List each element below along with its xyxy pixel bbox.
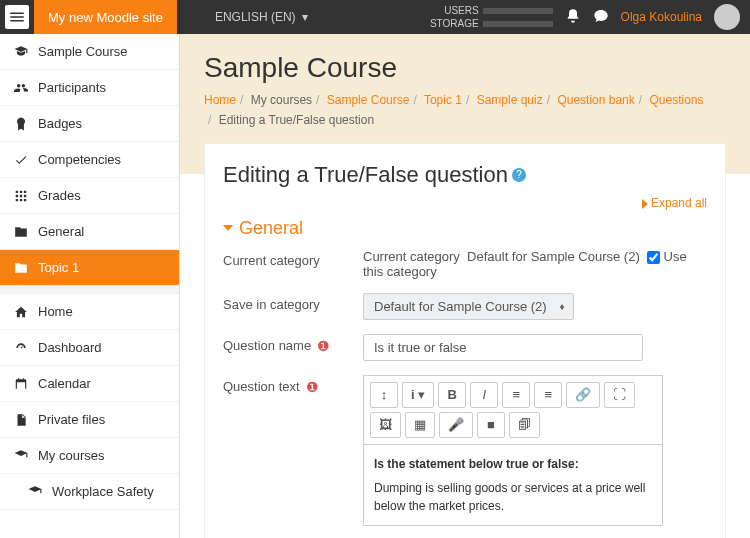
sidebar: Sample Course Participants Badges Compet…	[0, 34, 180, 538]
sidebar-nav-label: Workplace Safety	[52, 484, 154, 499]
sidebar-item-badges[interactable]: Badges	[0, 106, 179, 142]
messages-icon[interactable]	[593, 8, 609, 27]
editor-heading-text: Is the statement below true or false:	[374, 455, 652, 473]
breadcrumb-home[interactable]: Home	[204, 93, 236, 107]
sidebar-item-general[interactable]: General	[0, 214, 179, 250]
sidebar-nav-workplace-safety[interactable]: Workplace Safety	[0, 474, 179, 510]
toolbar-bullet-list-button[interactable]: ≡	[502, 382, 530, 408]
toolbar-number-list-button[interactable]: ≡	[534, 382, 562, 408]
users-label: USERS	[444, 5, 478, 16]
breadcrumb-topic-1[interactable]: Topic 1	[424, 93, 462, 107]
help-icon[interactable]: ?	[512, 168, 526, 182]
toolbar-image-button[interactable]: 🖼	[370, 412, 401, 438]
sidebar-nav-home[interactable]: Home	[0, 294, 179, 330]
toolbar-files-button[interactable]: 🗐	[509, 412, 540, 438]
chevron-down-icon: ▾	[302, 10, 308, 24]
current-category-text: Current category	[363, 249, 460, 264]
sidebar-item-participants[interactable]: Participants	[0, 70, 179, 106]
main-content: Sample Course Home/ My courses/ Sample C…	[180, 34, 750, 538]
label-save-in-category: Save in category	[223, 293, 363, 320]
toolbar-bold-button[interactable]: B	[438, 382, 466, 408]
sidebar-nav-my-courses[interactable]: My courses	[0, 438, 179, 474]
toolbar-video-button[interactable]: ■	[477, 412, 505, 438]
label-question-text: Question text❶	[223, 375, 363, 526]
page-title: Sample Course	[204, 52, 726, 84]
usage-meters: USERS STORAGE	[430, 4, 553, 30]
caret-right-icon	[642, 199, 648, 209]
toolbar-media-button[interactable]: ▦	[405, 412, 435, 438]
sidebar-nav-label: Home	[38, 304, 73, 319]
save-in-category-select[interactable]: Default for Sample Course (2)♦	[363, 293, 574, 320]
toolbar-italic-button[interactable]: I	[470, 382, 498, 408]
sidebar-item-competencies[interactable]: Competencies	[0, 142, 179, 178]
breadcrumb-current: Editing a True/False question	[219, 113, 374, 127]
editor-body-text: Dumping is selling goods or services at …	[374, 481, 645, 513]
menu-toggle[interactable]	[0, 5, 34, 29]
sidebar-nav-label: Dashboard	[38, 340, 102, 355]
question-text-editor[interactable]: Is the statement below true or false: Du…	[363, 445, 663, 526]
question-name-input[interactable]	[363, 334, 643, 361]
section-general-label: General	[239, 218, 303, 239]
avatar[interactable]	[714, 4, 740, 30]
sidebar-nav-label: Calendar	[38, 376, 91, 391]
sidebar-item-label: Grades	[38, 188, 81, 203]
toolbar-mic-button[interactable]: 🎤	[439, 412, 473, 438]
sidebar-nav-label: Private files	[38, 412, 105, 427]
sidebar-item-topic-1[interactable]: Topic 1	[0, 250, 179, 286]
breadcrumb: Home/ My courses/ Sample Course/ Topic 1…	[204, 90, 726, 131]
language-selector[interactable]: ENGLISH (EN) ▾	[215, 10, 308, 24]
sidebar-nav-calendar[interactable]: Calendar	[0, 366, 179, 402]
sidebar-item-sample-course[interactable]: Sample Course	[0, 34, 179, 70]
required-icon: ❶	[306, 379, 319, 395]
sidebar-nav-label: My courses	[38, 448, 104, 463]
sidebar-item-label: Sample Course	[38, 44, 128, 59]
breadcrumb-questions[interactable]: Questions	[649, 93, 703, 107]
label-current-category: Current category	[223, 249, 363, 279]
sidebar-item-label: Participants	[38, 80, 106, 95]
breadcrumb-question-bank[interactable]: Question bank	[557, 93, 634, 107]
breadcrumb-my-courses: My courses	[251, 93, 312, 107]
sidebar-item-label: General	[38, 224, 84, 239]
label-question-name: Question name❶	[223, 334, 363, 361]
language-label: ENGLISH (EN)	[215, 10, 296, 24]
breadcrumb-sample-course[interactable]: Sample Course	[327, 93, 410, 107]
caret-down-icon	[223, 225, 233, 231]
breadcrumb-sample-quiz[interactable]: Sample quiz	[477, 93, 543, 107]
sidebar-item-label: Badges	[38, 116, 82, 131]
question-edit-card: Editing a True/False question ? Expand a…	[204, 143, 726, 538]
editor-toolbar: ↕ i ▾ B I ≡ ≡ 🔗 ⛶ 🖼 ▦ 🎤	[363, 375, 663, 445]
toolbar-toggle-button[interactable]: ↕	[370, 382, 398, 408]
sidebar-item-grades[interactable]: Grades	[0, 178, 179, 214]
username[interactable]: Olga Kokoulina	[621, 10, 702, 24]
toolbar-link-button[interactable]: 🔗	[566, 382, 600, 408]
toolbar-style-button[interactable]: i ▾	[402, 382, 434, 408]
use-this-category-checkbox[interactable]	[647, 251, 660, 264]
required-icon: ❶	[317, 338, 330, 354]
toolbar-unlink-button[interactable]: ⛶	[604, 382, 635, 408]
storage-label: STORAGE	[430, 18, 479, 29]
site-brand[interactable]: My new Moodle site	[34, 0, 177, 34]
topbar: My new Moodle site ENGLISH (EN) ▾ USERS …	[0, 0, 750, 34]
sidebar-item-label: Topic 1	[38, 260, 79, 275]
sidebar-nav-dashboard[interactable]: Dashboard	[0, 330, 179, 366]
select-sort-icon: ♦	[560, 301, 565, 312]
sidebar-nav-private-files[interactable]: Private files	[0, 402, 179, 438]
expand-all-link[interactable]: Expand all	[223, 196, 707, 210]
card-heading: Editing a True/False question ?	[223, 162, 707, 188]
notifications-icon[interactable]	[565, 8, 581, 27]
section-general-toggle[interactable]: General	[223, 218, 707, 239]
sidebar-item-label: Competencies	[38, 152, 121, 167]
current-category-value: Default for Sample Course (2)	[467, 249, 640, 264]
